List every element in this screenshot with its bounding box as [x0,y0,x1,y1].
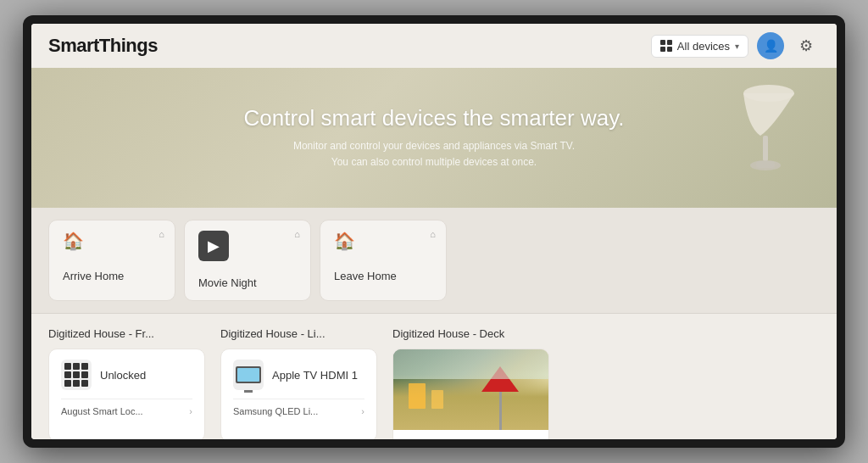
device-tv-top: Apple TV HDMI 1 [233,360,364,390]
device-card-lock: Unlocked August Smart Loc... › [48,349,205,439]
lock-icon [61,360,92,390]
hero-subtitle: Monitor and control your devices and app… [244,138,625,170]
room-front: Digitized House - Fr... Unlocked [48,327,205,439]
scene-card-movie-night[interactable]: ⌂ ▶ Movie Night [184,220,311,301]
app-logo: SmartThings [48,35,158,57]
scene-leave-icon: 🏠 [334,231,432,251]
scene-card-arrive-home[interactable]: ⌂ 🏠 Arrive Home [48,220,175,301]
room-deck: Digitized House - Deck [392,327,549,439]
room-front-title: Digitized House - Fr... [48,327,205,340]
account-icon: 👤 [764,39,778,53]
grid-icon [660,40,672,52]
device-card-camera[interactable]: Deck View No motion [392,349,549,439]
lock-device-name: August Smart Loc... [61,406,143,416]
tv-device-name: Samsung QLED Li... [233,406,318,416]
chevron-down-icon: ▾ [735,42,739,51]
scene-home-icon-movie: ⌂ [294,229,300,239]
lock-arrow-icon: › [189,406,192,416]
tv-arrow-icon: › [361,406,364,416]
devices-label: All devices [677,40,730,53]
tv-frame: SmartThings All devices ▾ 👤 ⚙ [23,15,845,448]
lock-status: Unlocked [100,369,146,382]
camera-feed [393,349,548,430]
hero-subtitle-line2: You can also control multiple devices at… [331,156,537,168]
scene-arrive-label: Arrive Home [63,270,124,282]
svg-rect-1 [763,136,768,161]
lamp-decoration [718,68,803,208]
room-living-title: Digitized House - Li... [220,327,377,340]
device-lock-top: Unlocked [61,360,192,390]
camera-name: Deck View [403,437,538,439]
svg-rect-3 [756,161,775,168]
hero-title: Control smart devices the smarter way. [244,105,625,131]
header-right: All devices ▾ 👤 ⚙ [651,32,820,59]
devices-selector[interactable]: All devices ▾ [651,35,748,58]
tv-screen: SmartThings All devices ▾ 👤 ⚙ [31,24,837,439]
hero-text: Control smart devices the smarter way. M… [244,105,625,170]
lock-grid-icon [64,363,88,387]
device-card-tv: Apple TV HDMI 1 Samsung QLED Li... › [220,349,377,439]
account-button[interactable]: 👤 [757,32,784,59]
hero-subtitle-line1: Monitor and control your devices and app… [293,140,575,152]
header: SmartThings All devices ▾ 👤 ⚙ [31,24,837,68]
scene-card-leave-home[interactable]: ⌂ 🏠 Leave Home [320,220,447,301]
devices-section: Digitized House - Fr... Unlocked [31,314,837,439]
scenes-row: ⌂ 🏠 Arrive Home ⌂ ▶ Movie Night ⌂ 🏠 Leav… [31,208,837,314]
room-living: Digitized House - Li... Apple TV HDMI 1 … [220,327,377,439]
tv-icon [233,360,264,390]
scene-home-icon-leave: ⌂ [430,229,436,239]
tv-status: Apple TV HDMI 1 [272,369,358,382]
camera-info: Deck View No motion [393,430,548,439]
gear-icon: ⚙ [799,36,813,55]
hero-banner: Control smart devices the smarter way. M… [31,68,837,208]
scene-arrive-icon: 🏠 [63,231,161,251]
device-tv-name-row[interactable]: Samsung QLED Li... › [233,399,364,416]
scene-movie-label: Movie Night [198,276,257,289]
room-deck-title: Digitized House - Deck [392,327,549,340]
scene-leave-label: Leave Home [334,270,397,282]
device-lock-name-row[interactable]: August Smart Loc... › [61,399,192,416]
settings-button[interactable]: ⚙ [793,32,820,59]
lamp-svg [722,68,798,187]
scene-home-icon-arrive: ⌂ [159,229,164,239]
scene-movie-icon: ▶ [198,231,229,261]
